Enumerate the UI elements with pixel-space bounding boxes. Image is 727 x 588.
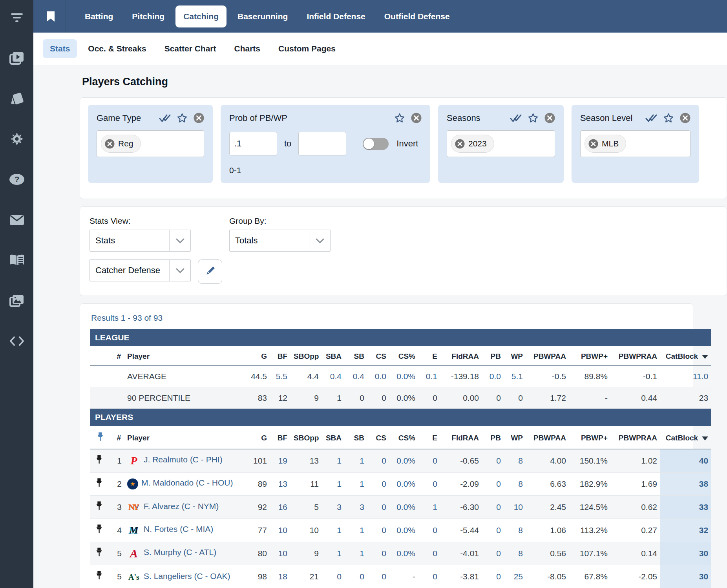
- column-header-pbwp[interactable]: PBWP+: [569, 346, 611, 365]
- stat-cell-bf[interactable]: 18: [270, 565, 290, 588]
- book-icon[interactable]: [8, 251, 26, 269]
- stat-cell-cs[interactable]: 0.0%: [389, 519, 418, 542]
- bookmark-icon[interactable]: [40, 6, 61, 27]
- pin-column-header[interactable]: [90, 426, 108, 449]
- filter-icon[interactable]: [8, 9, 26, 27]
- tab-catching[interactable]: Catching: [175, 5, 227, 27]
- player-name-link[interactable]: S. Langeliers (C - OAK): [144, 572, 230, 581]
- chip-remove-icon[interactable]: [455, 139, 465, 149]
- stat-cell-sb[interactable]: 0.4: [345, 365, 367, 387]
- stat-cell-bf[interactable]: 10: [270, 519, 290, 542]
- stat-set-select[interactable]: Catcher Defense: [90, 259, 191, 281]
- cards-icon[interactable]: [8, 89, 26, 108]
- chip-remove-icon[interactable]: [105, 139, 115, 149]
- column-header-wp[interactable]: WP: [504, 426, 526, 449]
- stat-cell-wp[interactable]: 5.1: [504, 365, 526, 387]
- column-header-pbwpraa[interactable]: PBWPRAA: [611, 426, 660, 449]
- stat-cell-pb[interactable]: 0: [482, 565, 504, 588]
- help-icon[interactable]: ?: [8, 170, 26, 188]
- season-level-input[interactable]: MLB: [580, 130, 690, 157]
- player-name-link[interactable]: N. Fortes (C - MIA): [144, 524, 213, 533]
- favorite-star-icon[interactable]: [663, 113, 674, 123]
- stat-cell-cs[interactable]: 0: [367, 472, 389, 495]
- stat-cell-sba[interactable]: 1: [322, 542, 345, 565]
- column-header-g[interactable]: G: [245, 346, 270, 365]
- column-header-catblock[interactable]: CatBlock: [660, 426, 711, 449]
- stat-cell-e[interactable]: 0.1: [418, 365, 440, 387]
- game-type-input[interactable]: Reg: [97, 130, 204, 157]
- stat-cell-e[interactable]: 1: [418, 495, 440, 519]
- stat-cell-bf[interactable]: 13: [270, 472, 290, 495]
- stat-cell-e[interactable]: 0: [418, 565, 440, 588]
- remove-filter-icon[interactable]: [544, 113, 555, 123]
- stat-cell-sb[interactable]: 1: [345, 472, 367, 495]
- favorite-star-icon[interactable]: [395, 113, 405, 123]
- stat-cell-catblock[interactable]: 30: [660, 565, 711, 588]
- stat-cell-sb[interactable]: 1: [345, 519, 367, 542]
- prob-from-input[interactable]: [229, 132, 277, 155]
- pin-player-icon[interactable]: [90, 472, 108, 495]
- column-header-sbopp[interactable]: SBOpp: [290, 426, 322, 449]
- stat-cell-pb[interactable]: 0.0: [482, 365, 504, 387]
- mail-icon[interactable]: [8, 211, 26, 229]
- remove-filter-icon[interactable]: [411, 113, 422, 123]
- stat-cell-cs[interactable]: 0.0%: [389, 542, 418, 565]
- image-library-icon[interactable]: [8, 292, 26, 310]
- stat-cell-catblock[interactable]: 11.0: [660, 365, 711, 387]
- results-summary[interactable]: Results 1 - 93 of 93: [91, 313, 163, 323]
- stat-cell-cs[interactable]: 0.0%: [389, 449, 418, 472]
- stat-cell-bf[interactable]: 16: [270, 495, 290, 519]
- stat-cell-pb[interactable]: 0: [482, 542, 504, 565]
- stat-cell-e[interactable]: 0: [418, 472, 440, 495]
- subnav-item-custom-pages[interactable]: Custom Pages: [271, 39, 343, 58]
- chip-remove-icon[interactable]: [588, 139, 598, 149]
- column-header-pbwpraa[interactable]: PBWPRAA: [611, 346, 660, 365]
- subnav-item-stats[interactable]: Stats: [43, 39, 77, 58]
- stat-cell-cs[interactable]: 0: [367, 542, 389, 565]
- column-header-bf[interactable]: BF: [270, 426, 290, 449]
- select-all-icon[interactable]: [645, 114, 657, 122]
- seasons-input[interactable]: 2023: [447, 130, 555, 157]
- stat-cell-sba[interactable]: 1: [322, 449, 345, 472]
- stat-cell-wp[interactable]: 10: [504, 495, 526, 519]
- pin-player-icon[interactable]: [90, 449, 108, 472]
- tab-baserunning[interactable]: Baserunning: [230, 5, 296, 27]
- stat-cell-cs[interactable]: 0: [367, 495, 389, 519]
- stat-cell-catblock[interactable]: 30: [660, 542, 711, 565]
- stat-cell-e[interactable]: 0: [418, 542, 440, 565]
- stat-cell-catblock[interactable]: 32: [660, 519, 711, 542]
- stat-cell-bf[interactable]: 10: [270, 542, 290, 565]
- stat-cell-sba[interactable]: 3: [322, 495, 345, 519]
- favorite-star-icon[interactable]: [528, 113, 538, 123]
- column-header-fldraa[interactable]: FldRAA: [440, 426, 482, 449]
- column-header-player[interactable]: Player: [124, 346, 245, 365]
- column-header-sbopp[interactable]: SBOpp: [290, 346, 322, 365]
- column-header-e[interactable]: E: [418, 346, 440, 365]
- select-all-icon[interactable]: [159, 114, 171, 122]
- pin-player-icon[interactable]: [90, 519, 108, 542]
- video-library-icon[interactable]: [8, 49, 26, 67]
- code-icon[interactable]: [8, 332, 26, 350]
- stat-cell-catblock[interactable]: 38: [660, 472, 711, 495]
- stat-cell-cs[interactable]: 0.0%: [389, 472, 418, 495]
- column-header-cs[interactable]: CS%: [389, 346, 418, 365]
- prob-to-input[interactable]: [298, 132, 346, 155]
- column-header-pbwp[interactable]: PBWP+: [569, 426, 611, 449]
- stat-cell-wp[interactable]: 8: [504, 449, 526, 472]
- stat-cell-pb[interactable]: 0: [482, 495, 504, 519]
- stat-cell-cs[interactable]: 0: [367, 449, 389, 472]
- edit-stat-set-button[interactable]: [198, 259, 222, 284]
- stat-cell-sba[interactable]: 1: [322, 472, 345, 495]
- player-name-link[interactable]: S. Murphy (C - ATL): [144, 548, 216, 557]
- gear-icon[interactable]: [8, 130, 26, 148]
- column-header-pb[interactable]: PB: [482, 346, 504, 365]
- stat-cell-wp[interactable]: 25: [504, 565, 526, 588]
- stat-cell-wp[interactable]: 8: [504, 542, 526, 565]
- column-header-pbwpaa[interactable]: PBWPAA: [526, 426, 569, 449]
- pin-player-icon[interactable]: [90, 542, 108, 565]
- column-header-[interactable]: #: [108, 426, 124, 449]
- stat-cell-sb[interactable]: 3: [345, 495, 367, 519]
- stat-cell-wp[interactable]: 8: [504, 519, 526, 542]
- column-header-pbwpaa[interactable]: PBWPAA: [526, 346, 569, 365]
- stat-cell-cs[interactable]: 0.0%: [389, 365, 418, 387]
